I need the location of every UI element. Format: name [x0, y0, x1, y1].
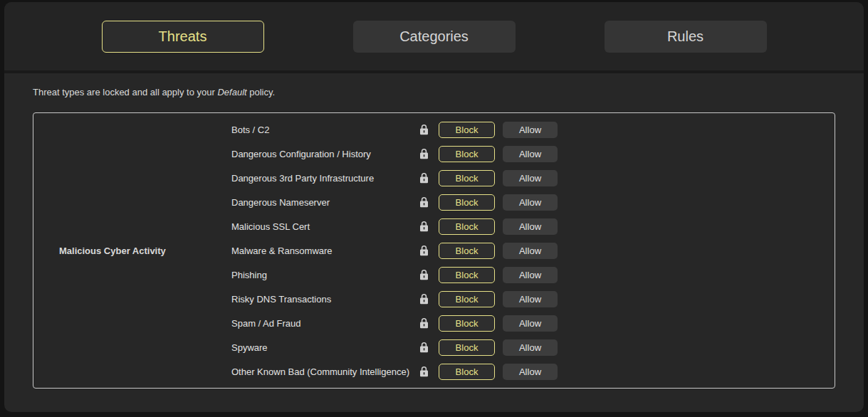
allow-button[interactable]: Allow: [503, 194, 558, 211]
threat-row: Dangerous Configuration / History Block …: [231, 142, 835, 166]
threat-label: Dangerous Nameserver: [231, 197, 419, 208]
threat-label: Malware & Ransomware: [231, 246, 419, 256]
block-button[interactable]: Block: [439, 267, 495, 283]
block-button[interactable]: Block: [439, 339, 495, 356]
block-button[interactable]: Block: [439, 146, 495, 162]
block-button[interactable]: Block: [439, 170, 495, 186]
block-button[interactable]: Block: [439, 218, 495, 235]
block-button[interactable]: Block: [439, 122, 495, 138]
threat-row: Other Known Bad (Community Intelligence)…: [231, 359, 835, 384]
allow-button[interactable]: Allow: [503, 364, 558, 380]
threat-row: Dangerous Nameserver Block Allow: [231, 190, 835, 214]
block-button[interactable]: Block: [439, 315, 495, 332]
threat-row: Spam / Ad Fraud Block Allow: [231, 311, 835, 335]
block-button[interactable]: Block: [439, 364, 495, 380]
lock-icon: [419, 293, 429, 305]
threat-label: Malicious SSL Cert: [231, 221, 419, 232]
lock-icon: [419, 124, 429, 135]
note-text-after: policy.: [247, 87, 276, 97]
threat-rows: Bots / C2 Block Allow Dangerous Configur…: [231, 117, 835, 384]
allow-button[interactable]: Allow: [503, 339, 558, 356]
note-text-before: Threat types are locked and all apply to…: [33, 87, 217, 97]
policy-name: Default: [217, 87, 246, 97]
lock-icon: [419, 342, 429, 353]
threat-label: Other Known Bad (Community Intelligence): [231, 366, 419, 377]
threat-row: Bots / C2 Block Allow: [231, 117, 835, 142]
lock-icon: [419, 221, 429, 232]
lock-icon: [419, 269, 429, 280]
allow-button[interactable]: Allow: [503, 291, 558, 307]
allow-button[interactable]: Allow: [503, 243, 558, 259]
threat-label: Bots / C2: [231, 125, 419, 135]
threat-row: Risky DNS Transactions Block Allow: [231, 287, 835, 311]
block-button[interactable]: Block: [439, 194, 495, 211]
threat-label: Dangerous 3rd Party Infrastructure: [231, 173, 419, 184]
allow-button[interactable]: Allow: [503, 146, 558, 162]
threat-row: Phishing Block Allow: [231, 263, 835, 287]
policy-note: Threat types are locked and all apply to…: [33, 87, 835, 97]
threat-group-label: Malicious Cyber Activity: [59, 246, 166, 256]
tab-rules[interactable]: Rules: [605, 21, 767, 53]
tab-bar: ThreatsCategoriesRules: [4, 2, 864, 73]
threat-settings-window: ThreatsCategoriesRules Threat types are …: [4, 2, 864, 412]
content-area: Threat types are locked and all apply to…: [4, 87, 864, 389]
threat-label: Phishing: [231, 270, 419, 280]
allow-button[interactable]: Allow: [503, 170, 558, 186]
threat-label: Spam / Ad Fraud: [231, 318, 419, 329]
lock-icon: [419, 196, 429, 208]
threat-row: Spyware Block Allow: [231, 335, 835, 359]
allow-button[interactable]: Allow: [503, 122, 558, 138]
block-button[interactable]: Block: [439, 291, 495, 307]
threat-label: Dangerous Configuration / History: [231, 149, 419, 159]
block-button[interactable]: Block: [439, 243, 495, 259]
lock-icon: [419, 172, 429, 184]
allow-button[interactable]: Allow: [503, 315, 558, 332]
threat-group-column: Malicious Cyber Activity: [33, 117, 231, 384]
threat-row: Malware & Ransomware Block Allow: [231, 238, 835, 263]
lock-icon: [419, 317, 429, 329]
lock-icon: [419, 245, 429, 256]
threat-label: Risky DNS Transactions: [231, 294, 419, 305]
tab-categories[interactable]: Categories: [353, 21, 516, 53]
lock-icon: [419, 366, 429, 377]
allow-button[interactable]: Allow: [503, 267, 558, 283]
lock-icon: [419, 148, 429, 159]
threat-row: Malicious SSL Cert Block Allow: [231, 214, 835, 238]
threat-types-panel: Malicious Cyber Activity Bots / C2 Bloc: [33, 112, 835, 389]
threat-label: Spyware: [231, 342, 419, 353]
allow-button[interactable]: Allow: [503, 218, 558, 235]
tab-threats[interactable]: Threats: [102, 21, 264, 53]
threat-row: Dangerous 3rd Party Infrastructure Block…: [231, 166, 835, 190]
